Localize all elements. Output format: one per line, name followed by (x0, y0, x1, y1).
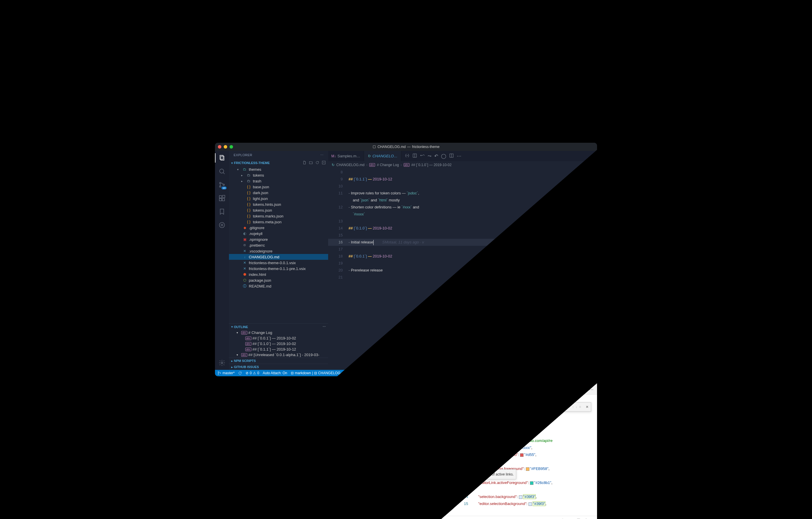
status-zoom-in[interactable]: + (557, 371, 559, 375)
preview-icon[interactable] (412, 153, 417, 159)
find-regex[interactable]: .* (542, 403, 547, 411)
svg-rect-0 (220, 155, 223, 159)
more-icon[interactable]: ⋯ (457, 153, 461, 159)
statusbar: master* ⊘ 0 ⚠ 0 Auto Attach: On ⊟ markdo… (215, 370, 597, 376)
tree-item[interactable]: { }dark.json (229, 190, 328, 196)
outline-item[interactable]: abc## [`0.1.1`] — 2019-10-12 (229, 347, 328, 352)
scm-icon[interactable]: 10 (218, 181, 226, 189)
find-expand[interactable]: › (476, 403, 482, 411)
find-selection[interactable]: ≡ (579, 403, 581, 410)
outline-item[interactable]: ▾abc## [Unreleased `0.0.1-alpha.1`] - 20… (229, 352, 328, 358)
tree-item[interactable]: ↓CHANGELOG.md (229, 254, 328, 260)
panel-tab[interactable]: TERMINAL (427, 518, 444, 519)
tree-item[interactable]: ⬢index.html (229, 271, 328, 277)
section-github[interactable]: ▸GITHUB ISSUES (229, 364, 328, 370)
titlebar: CHANGELOG.md—frictionless-theme (215, 143, 597, 151)
status-encoding[interactable]: UTF-8 with BOM (457, 371, 483, 375)
status-sync[interactable] (238, 371, 242, 375)
tab[interactable]: M↓Samples.m… (328, 151, 364, 161)
tree-item[interactable]: { }tokens.hints.json (229, 201, 328, 207)
status-spaces[interactable]: Spaces: 2 (438, 371, 453, 375)
tree-item[interactable]: ✕frictionless-theme-0.1.1-pre.1.vsix (229, 266, 328, 271)
status-bell[interactable]: 🔔 (590, 371, 595, 375)
outline-item[interactable]: abc## [`0.1.0`] — 2019-10-02 (229, 341, 328, 347)
explorer-icon[interactable] (218, 154, 226, 162)
tab-base-json[interactable]: { }base.json (454, 384, 486, 395)
extensions-icon[interactable] (218, 194, 226, 202)
status-zoom[interactable]: 100% (563, 371, 573, 375)
tree-item[interactable]: ✕frictionless-theme-0.0.1.vsix (229, 260, 328, 266)
compare-icon[interactable] (405, 153, 409, 159)
tree-item[interactable]: ✕.vscodeignore (229, 248, 328, 254)
status-eol[interactable]: LF (487, 371, 491, 375)
tree-item[interactable]: { }light.json (229, 196, 328, 201)
tree-item[interactable]: ▸🗀trash (229, 178, 328, 184)
outline-item[interactable]: abc## [`0.0.1`] — 2019-10-02 (229, 335, 328, 341)
status-mode[interactable]: Markdown (496, 371, 512, 375)
section-npm[interactable]: ▸NPM SCRIPTS (229, 358, 328, 364)
tree-item[interactable]: { }tokens.meta.json (229, 219, 328, 225)
code-editor-right[interactable]: › AaAbl.* No Results ↑↓≡ ✕ Color of acti… (454, 402, 597, 516)
status-position[interactable]: Ln 16, Col 18 (413, 371, 433, 375)
diff-next-icon[interactable]: ⤳ (428, 153, 431, 159)
find-close[interactable]: ✕ (583, 403, 591, 410)
outline-item[interactable]: ▾abc# Change Log (229, 330, 328, 335)
bookmark-icon[interactable] (218, 208, 226, 216)
circle-icon[interactable]: ◯ (441, 153, 446, 159)
code-editor-left[interactable]: 89## [`0.1.1`] — 2019-10-121011- Improve… (328, 169, 597, 370)
panel-tab[interactable]: PROBLEMS (351, 518, 369, 519)
tree-item[interactable]: ▸🗀tokens (229, 172, 328, 178)
section-outline[interactable]: ▾OUTLINE⋯ (229, 324, 328, 330)
new-file-icon[interactable] (302, 161, 307, 165)
breadcrumb-left[interactable]: ↻ CHANGELOG.md› abc# Change Log› abc## [… (328, 161, 597, 169)
svg-point-12 (221, 224, 223, 226)
panel-tab[interactable]: DEBUG CONSOLE (394, 518, 422, 519)
panel-tab[interactable]: OUTPUT (375, 518, 388, 519)
tree-item[interactable]: ▾🗀themes (229, 166, 328, 172)
status-prettier[interactable]: Prettier: ✓ (529, 371, 545, 375)
find-word[interactable]: Abl (535, 403, 542, 411)
find-input[interactable] (483, 403, 527, 410)
status-branch[interactable]: master* (217, 371, 234, 375)
tree-item[interactable]: ⬡package.json (229, 277, 328, 283)
new-folder-icon[interactable] (309, 161, 313, 165)
refresh-icon[interactable] (315, 161, 319, 165)
revert-icon[interactable]: ↶ (434, 153, 438, 159)
status-auto-attach[interactable]: Auto Attach: On (263, 371, 287, 375)
status-lang-select[interactable]: ⊟ markdown | ⊟ CHANGELOG.md (291, 371, 347, 375)
status-feedback[interactable]: ☻ 50 (516, 371, 525, 375)
status-fontsize[interactable]: ᴀA (549, 371, 553, 375)
section-project[interactable]: ▾FRICTIONLESS-THEME (229, 159, 328, 166)
status-smiley[interactable]: ☺ (583, 371, 586, 375)
close-window[interactable] (218, 145, 221, 148)
tree-item[interactable]: ⓘREADME.md (229, 283, 328, 289)
sync-icon[interactable] (218, 221, 226, 229)
tab-more[interactable]: ⋯ (585, 387, 597, 392)
search-icon[interactable] (218, 167, 226, 175)
find-prev[interactable]: ↑ (572, 403, 574, 410)
maximize-window[interactable] (230, 145, 233, 148)
tree-item[interactable]: ◐.nojekyll (229, 230, 328, 237)
tree-item[interactable]: ◆.gitignore (229, 225, 328, 230)
status-zoom-out[interactable]: − (577, 371, 579, 375)
breadcrumb-right[interactable]: { }base.json› abc$schema (454, 395, 597, 402)
svg-point-21 (218, 374, 219, 375)
tree-item[interactable]: { }tokens.marks.json (229, 213, 328, 219)
tab[interactable]: ↻CHANGELO… (364, 151, 401, 161)
svg-rect-7 (219, 196, 222, 198)
collapse-icon[interactable] (322, 161, 326, 165)
sidebar-more[interactable]: ⋯ (320, 153, 324, 157)
split-icon[interactable] (449, 153, 454, 159)
tree-item[interactable]: { }tokens.json (229, 207, 328, 213)
tree-item[interactable]: ▣.npmignore (229, 237, 328, 242)
settings-icon[interactable] (218, 359, 226, 367)
editor-right: { }base.json ⋯ { }base.json› abc$schema … (454, 384, 597, 516)
minimize-window[interactable] (224, 145, 227, 148)
diff-prev-icon[interactable]: ⬿ (420, 153, 425, 159)
tree-item[interactable]: ⛭.prettierrc (229, 242, 328, 248)
find-next[interactable]: ↓ (576, 403, 577, 410)
status-problems[interactable]: ⊘ 0 ⚠ 0 (245, 371, 259, 375)
find-case[interactable]: Aa (529, 403, 534, 411)
tree-item[interactable]: { }base.json (229, 184, 328, 190)
panel-tab[interactable]: SEARCH (331, 518, 345, 519)
